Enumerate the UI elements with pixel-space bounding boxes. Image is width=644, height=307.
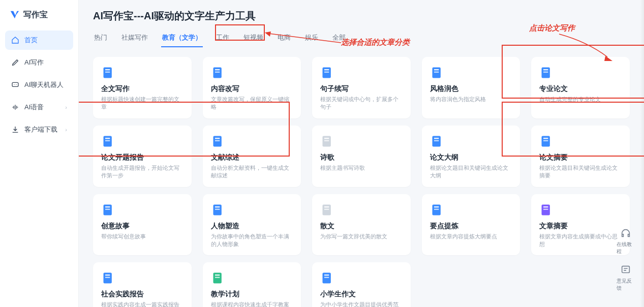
svg-rect-31	[543, 138, 548, 139]
svg-rect-43	[434, 206, 439, 207]
card-title: 专业论文	[539, 84, 622, 94]
card-icon	[211, 202, 226, 218]
card-icon	[211, 134, 226, 149]
template-card-2[interactable]: 句子续写根据关键词或中心句，扩展多个句子	[312, 57, 411, 118]
card-icon	[430, 65, 445, 80]
template-card-8[interactable]: 论文大纲根据论文题目和关键词生成论文大纲	[422, 126, 520, 187]
card-desc: 帮你续写创意故事	[101, 233, 183, 240]
card-desc: 为中小学生作文题目提供优秀范文	[320, 301, 403, 307]
card-title: 内容改写	[211, 84, 293, 94]
card-title: 教学计划	[211, 290, 293, 299]
svg-rect-4	[105, 69, 110, 70]
tab-4[interactable]: 短视频	[242, 30, 264, 47]
sidebar: 写作宝 首页 AI写作 AI聊天机器人 AI语音 › 客户端下载 ›	[0, 0, 79, 307]
card-icon	[211, 270, 226, 286]
svg-rect-55	[324, 274, 329, 275]
card-title: 论文摘要	[539, 153, 622, 162]
card-desc: 根据论文题目和关键词生成论文大纲	[430, 164, 512, 180]
chevron-right-icon: ›	[65, 127, 67, 133]
template-grid: 全文写作根据标题快速创建一篇完整的文章内容改写文章改篇改写，保留原义一键缩略句子…	[93, 57, 630, 307]
svg-rect-7	[215, 69, 220, 70]
card-desc: 根据文章内容生成摘要或中心思想	[539, 233, 622, 249]
template-card-0[interactable]: 全文写作根据标题快速创建一篇完整的文章	[93, 57, 192, 118]
card-desc: 根据论文题目和关键词生成论文摘要	[539, 164, 622, 180]
template-card-7[interactable]: 诗歌根据主题书写诗歌	[312, 126, 411, 187]
card-icon	[430, 134, 445, 149]
template-card-12[interactable]: 散文为你写一篇文辞优美的散文	[312, 194, 411, 256]
svg-rect-50	[105, 277, 110, 278]
card-desc: 根据实践内容生成一篇实践报告	[101, 301, 183, 307]
svg-rect-32	[543, 140, 548, 141]
card-desc: 将内容润色为指定风格	[430, 96, 512, 103]
tab-2[interactable]: 教育（文学）	[161, 30, 203, 47]
svg-rect-52	[215, 274, 220, 275]
main-content: AI写作宝---AI驱动的文字生产力工具 热门社媒写作教育（文学）工作短视频电商…	[79, 0, 644, 307]
template-card-9[interactable]: 论文摘要根据论文题目和关键词生成论文摘要	[531, 126, 630, 187]
svg-rect-53	[215, 277, 220, 278]
card-icon	[101, 202, 116, 218]
svg-rect-25	[324, 138, 329, 139]
float-label: 在线教程	[617, 241, 635, 255]
headset-icon	[620, 228, 631, 239]
svg-rect-29	[434, 140, 439, 141]
svg-rect-38	[215, 208, 220, 209]
svg-point-2	[16, 84, 16, 85]
template-card-6[interactable]: 文献综述自动分析文献资料，一键生成文献综述	[203, 126, 301, 187]
card-desc: 根据课程内容快速生成千字教案	[211, 301, 293, 307]
tab-7[interactable]: 全部	[331, 30, 347, 47]
float-tutorial[interactable]: 在线教程	[617, 228, 635, 255]
card-desc: 自动分析文献资料，一键生成文献综述	[211, 164, 293, 180]
sidebar-item-voice[interactable]: AI语音 ›	[5, 98, 73, 117]
audio-icon	[11, 103, 19, 111]
chevron-right-icon: ›	[65, 104, 67, 110]
card-desc: 自动生成开题报告，开始论文写作第一步	[101, 164, 183, 180]
svg-rect-17	[543, 72, 548, 73]
tab-6[interactable]: 娱乐	[304, 30, 319, 47]
tab-3[interactable]: 工作	[215, 30, 230, 47]
tab-5[interactable]: 电商	[277, 30, 292, 47]
template-card-5[interactable]: 论文开题报告自动生成开题报告，开始论文写作第一步	[93, 126, 192, 187]
template-card-14[interactable]: 文章摘要根据文章内容生成摘要或中心思想	[531, 194, 630, 256]
template-card-10[interactable]: 创意故事帮你续写创意故事	[93, 194, 192, 256]
svg-rect-22	[215, 138, 220, 139]
card-icon	[211, 65, 226, 80]
card-title: 风格润色	[430, 84, 512, 94]
card-icon	[539, 202, 555, 218]
card-icon	[539, 134, 555, 149]
tab-0[interactable]: 热门	[93, 30, 108, 47]
template-card-16[interactable]: 教学计划根据课程内容快速生成千字教案	[203, 262, 301, 307]
svg-rect-40	[324, 206, 329, 207]
chat-icon	[11, 81, 19, 89]
svg-rect-19	[105, 138, 110, 139]
sidebar-item-download[interactable]: 客户端下载 ›	[5, 120, 73, 139]
template-card-3[interactable]: 风格润色将内容润色为指定风格	[422, 57, 520, 118]
template-card-4[interactable]: 专业论文自动生成完整的专业论文	[531, 57, 630, 118]
svg-rect-35	[105, 208, 110, 209]
category-tabs: 热门社媒写作教育（文学）工作短视频电商娱乐全部	[93, 30, 630, 48]
svg-rect-47	[543, 208, 548, 209]
card-desc: 根据关键词或中心句，扩展多个句子	[320, 96, 403, 111]
card-icon	[430, 202, 445, 218]
template-card-17[interactable]: 小学生作文为中小学生作文题目提供优秀范文	[312, 262, 411, 307]
svg-rect-37	[215, 206, 220, 207]
template-card-11[interactable]: 人物塑造为你故事中的角色塑造一个丰满的人物形象	[203, 194, 301, 256]
card-title: 论文大纲	[430, 153, 512, 162]
card-title: 人物塑造	[211, 222, 293, 231]
sidebar-item-home[interactable]: 首页	[5, 30, 73, 50]
sidebar-item-write[interactable]: AI写作	[5, 53, 73, 72]
card-icon	[320, 65, 335, 80]
sidebar-item-label: AI语音	[24, 103, 44, 112]
template-card-1[interactable]: 内容改写文章改篇改写，保留原义一键缩略	[203, 57, 301, 118]
brand-text: 写作宝	[23, 10, 48, 20]
sidebar-item-chatbot[interactable]: AI聊天机器人	[5, 75, 73, 95]
sidebar-item-label: AI写作	[24, 58, 44, 67]
svg-rect-23	[215, 140, 220, 141]
card-icon	[320, 202, 335, 218]
svg-point-1	[14, 84, 14, 85]
tab-1[interactable]: 社媒写作	[120, 30, 149, 47]
float-feedback[interactable]: 意见反馈	[617, 264, 635, 292]
card-desc: 根据标题快速创建一篇完整的文章	[101, 96, 183, 111]
template-card-13[interactable]: 要点提炼根据文章内容提炼大纲要点	[422, 194, 520, 256]
svg-rect-10	[324, 69, 329, 70]
template-card-15[interactable]: 社会实践报告根据实践内容生成一篇实践报告	[93, 262, 192, 307]
